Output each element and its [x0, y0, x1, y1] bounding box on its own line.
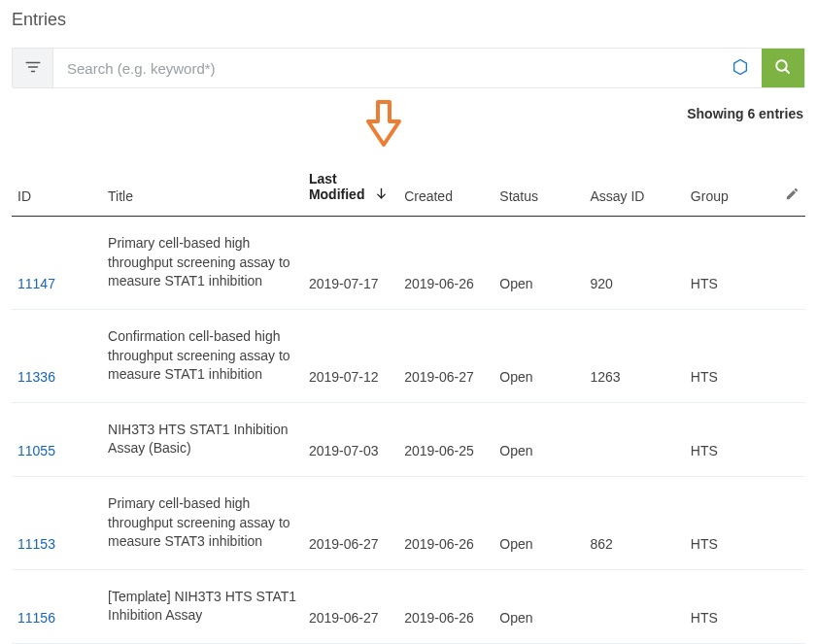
- entry-assay-id: 1263: [584, 310, 684, 403]
- entry-group: HTS: [685, 477, 775, 570]
- entry-assay-id: [584, 402, 684, 476]
- table-row: 11147Primary cell-based high throughput …: [12, 217, 805, 310]
- col-header-assay-id[interactable]: Assay ID: [584, 157, 684, 217]
- entry-group: HTS: [685, 310, 775, 403]
- search-bar: [12, 48, 805, 88]
- svg-line-5: [785, 69, 789, 73]
- entry-title: Confirmation cell-based high throughput …: [102, 310, 303, 403]
- table-row: 11156[Template] NIH3T3 HTS STAT1 Inhibit…: [12, 569, 805, 643]
- search-input[interactable]: [53, 49, 719, 87]
- entry-created: 2019-06-26: [398, 477, 494, 570]
- entry-title: Primary cell-based high throughput scree…: [102, 217, 303, 310]
- entry-id-link[interactable]: 11055: [17, 443, 55, 458]
- entry-title: Primary cell-based high throughput scree…: [102, 477, 303, 570]
- table-row: 11336Confirmation cell-based high throug…: [12, 310, 805, 403]
- entry-last-modified: 2019-07-12: [303, 310, 398, 403]
- pencil-icon: [785, 188, 800, 204]
- entry-last-modified: 2019-06-27: [303, 477, 398, 570]
- entry-title: NIH3T3 HTS STAT1 Inhibition Assay (Basic…: [102, 402, 303, 476]
- entry-group: HTS: [685, 217, 775, 310]
- col-header-title[interactable]: Title: [102, 157, 303, 217]
- search-icon: [774, 58, 792, 79]
- entry-last-modified: 2019-07-17: [303, 217, 398, 310]
- col-header-id[interactable]: ID: [12, 157, 102, 217]
- entry-status: Open: [494, 217, 584, 310]
- entry-created: 2019-06-26: [398, 569, 494, 643]
- entry-group: HTS: [685, 402, 775, 476]
- col-header-group[interactable]: Group: [685, 157, 775, 217]
- entry-title: [Template] NIH3T3 HTS STAT1 Inhibition A…: [102, 569, 303, 643]
- entry-status: Open: [494, 402, 584, 476]
- sort-descending-icon: [374, 186, 389, 204]
- callout-arrow: [364, 100, 403, 152]
- entry-id-link[interactable]: 11336: [17, 369, 55, 385]
- hex-settings-button[interactable]: [719, 49, 762, 87]
- entry-assay-id: 920: [584, 217, 684, 310]
- entry-id-link[interactable]: 11153: [17, 536, 55, 552]
- col-header-created[interactable]: Created: [398, 157, 494, 217]
- entry-status: Open: [494, 477, 584, 570]
- entry-status: Open: [494, 310, 584, 403]
- entries-table: ID Title Last Modified Created Status As…: [12, 157, 805, 644]
- entry-assay-id: 862: [584, 477, 684, 570]
- hexagon-icon: [732, 58, 749, 79]
- page-title: Entries: [12, 10, 805, 30]
- showing-entries-label: Showing 6 entries: [687, 106, 803, 121]
- entry-status: Open: [494, 569, 584, 643]
- col-header-status[interactable]: Status: [494, 157, 584, 217]
- filter-button[interactable]: [13, 49, 53, 87]
- entry-last-modified: 2019-06-27: [303, 569, 398, 643]
- entry-created: 2019-06-25: [398, 402, 494, 476]
- table-row: 11153Primary cell-based high throughput …: [12, 477, 805, 570]
- entry-created: 2019-06-26: [398, 217, 494, 310]
- filter-icon: [24, 58, 42, 79]
- callout-row: Showing 6 entries: [12, 102, 805, 152]
- entry-created: 2019-06-27: [398, 310, 494, 403]
- entry-last-modified: 2019-07-03: [303, 402, 398, 476]
- search-button[interactable]: [762, 49, 804, 87]
- col-header-last-modified[interactable]: Last Modified: [303, 157, 398, 217]
- entry-id-link[interactable]: 11156: [17, 610, 55, 626]
- entry-assay-id: [584, 569, 684, 643]
- entry-group: HTS: [685, 569, 775, 643]
- col-header-last-modified-label: Last Modified: [309, 171, 365, 202]
- entry-id-link[interactable]: 11147: [17, 276, 55, 291]
- svg-marker-3: [734, 59, 747, 74]
- table-row: 11055NIH3T3 HTS STAT1 Inhibition Assay (…: [12, 402, 805, 476]
- col-header-edit[interactable]: [775, 157, 805, 217]
